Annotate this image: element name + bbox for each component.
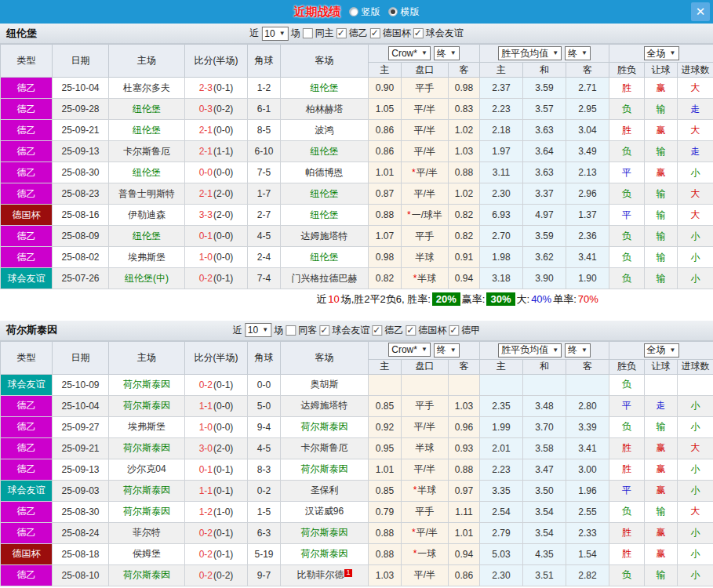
result-handicap: 输 xyxy=(645,205,678,226)
handicap-cell xyxy=(402,374,449,395)
big-rate-value: 40% xyxy=(531,293,551,305)
layout-option-vertical[interactable]: 竖版 xyxy=(349,5,380,19)
league-filter-checkbox[interactable] xyxy=(372,325,382,336)
table-head: 类型日期主场比分(半场)角球客场Crow*▼终▼胜平负均值▼终▼全场▼主盘口客主… xyxy=(1,45,713,78)
result-goals: 小 xyxy=(678,395,713,416)
handicap-cell: 平/半 xyxy=(402,120,449,141)
home-odds: 0.87 xyxy=(369,183,402,205)
handicap-cell: 平/半 xyxy=(402,141,449,162)
match-scope-select[interactable]: 全场▼ xyxy=(644,343,679,358)
corner-count: 1-7 xyxy=(248,183,281,205)
dropdown-arrow-icon: ▼ xyxy=(581,347,587,354)
same-venue-checkbox[interactable] xyxy=(286,325,296,336)
home-team: 荷尔斯泰因 xyxy=(123,506,170,517)
halftime-score: (0-1) xyxy=(213,549,233,560)
avg-draw-odds xyxy=(523,374,566,395)
league-badge: 德乙 xyxy=(1,120,53,141)
match-scope-select[interactable]: 全场▼ xyxy=(644,46,679,60)
dropdown-arrow-icon: ▼ xyxy=(421,347,427,353)
away-team: 达姆施塔特 xyxy=(301,230,348,241)
home-team-cell: 纽伦堡 xyxy=(109,226,185,247)
handicap-cell: 平/半 xyxy=(402,459,449,480)
radio-selected-icon[interactable] xyxy=(388,7,398,16)
league-filter-checkbox[interactable] xyxy=(319,325,329,336)
match-date: 25-08-30 xyxy=(53,501,109,522)
score-cell: 0-1(0-0) xyxy=(185,226,248,247)
odds-company-select[interactable]: Crow*▼ xyxy=(388,343,431,357)
final-odds-select-label: 终 xyxy=(437,343,446,357)
avg-away-odds: 2.96 xyxy=(566,183,609,205)
handicap-cell: 平/半 xyxy=(402,183,449,205)
games-label: 场 xyxy=(291,27,300,40)
match-row: 德乙25-10-04杜塞尔多夫2-3(0-1)1-2纽伦堡0.90平手0.982… xyxy=(1,78,713,99)
table-head: 类型日期主场比分(半场)角球客场Crow*▼终▼胜平负均值▼终▼全场▼主盘口客主… xyxy=(1,341,713,374)
home-team-cell: 纽伦堡 xyxy=(109,120,185,141)
avg-group-header: 胜平负均值▼终▼ xyxy=(480,45,609,63)
home-team: 荷尔斯泰因 xyxy=(123,485,170,495)
final-avg-select[interactable]: 终▼ xyxy=(565,46,591,60)
column-header: 比分(半场) xyxy=(185,45,248,78)
recent-count-select[interactable]: 10▼ xyxy=(245,323,271,337)
away-team-cell: 荷尔斯泰因 xyxy=(281,543,369,564)
halftime-score: (0-1) xyxy=(213,273,233,284)
avg-draw-odds: 3.57 xyxy=(523,99,566,120)
result-handicap: 输 xyxy=(645,247,678,268)
close-button[interactable]: ✕ xyxy=(691,2,710,21)
match-row: 德乙25-10-04荷尔斯泰因1-1(0-0)5-0达姆施塔特0.85平手1.0… xyxy=(1,395,713,416)
result-outcome: 负 xyxy=(609,226,645,247)
avg-draw-odds: 3.48 xyxy=(523,395,566,416)
fulltime-score: 0-2 xyxy=(199,273,213,284)
away-team: 帕德博恩 xyxy=(306,167,344,178)
league-filter-checkbox[interactable] xyxy=(406,325,416,336)
handicap-cell: *半球 xyxy=(402,268,449,289)
handicap-value: 平/半 xyxy=(414,188,435,199)
column-header: 日期 xyxy=(53,341,109,374)
away-team: 奥胡斯 xyxy=(311,379,339,390)
avg-odds-select[interactable]: 胜平负均值▼ xyxy=(498,46,562,60)
result-outcome: 负 xyxy=(609,99,645,120)
match-date: 25-09-21 xyxy=(53,437,109,459)
final-odds-select[interactable]: 终▼ xyxy=(434,46,460,60)
away-odds: 1.02 xyxy=(449,183,480,205)
away-odds: 0.83 xyxy=(449,99,480,120)
home-team-cell: 菲尔特 xyxy=(109,522,185,543)
final-avg-select[interactable]: 终▼ xyxy=(565,343,591,358)
away-team-cell: 达姆施塔特 xyxy=(281,226,369,247)
radio-unselected-icon[interactable] xyxy=(349,7,358,16)
handicap-value: 平/半 xyxy=(414,569,435,580)
handicap-value: 一/球半 xyxy=(412,209,442,220)
league-badge: 德乙 xyxy=(1,437,53,459)
corner-count: 0-2 xyxy=(248,480,281,501)
avg-away-odds: 3.41 xyxy=(566,437,609,459)
away-team-cell: 纽伦堡 xyxy=(281,141,369,162)
handicap-cell: 平/半 xyxy=(402,416,449,437)
result-outcome: 负 xyxy=(609,374,645,395)
avg-odds-select[interactable]: 胜平负均值▼ xyxy=(498,343,562,358)
avg-away-odds: 3.04 xyxy=(566,120,609,141)
result-handicap: 赢 xyxy=(645,543,678,564)
away-odds: 0.94 xyxy=(449,543,480,564)
match-date: 25-09-28 xyxy=(53,99,109,120)
fulltime-score: 0-1 xyxy=(199,230,213,241)
home-odds: 0.92 xyxy=(369,416,402,437)
league-filter-checkbox[interactable] xyxy=(413,28,424,38)
league-filter-checkbox[interactable] xyxy=(336,28,347,38)
recent-count-select[interactable]: 10▼ xyxy=(261,27,288,41)
handicap-value: 平/半 xyxy=(414,146,435,157)
halftime-score: (0-2) xyxy=(213,570,233,581)
odds-company-select[interactable]: Crow*▼ xyxy=(388,46,431,60)
handicap-star: * xyxy=(412,167,416,178)
same-venue-checkbox[interactable] xyxy=(303,28,313,38)
league-filter-checkbox[interactable] xyxy=(370,28,380,38)
result-handicap: 输 xyxy=(645,564,678,586)
layout-option-vertical-label: 竖版 xyxy=(362,5,380,19)
away-odds: 0.86 xyxy=(449,564,480,586)
final-odds-select[interactable]: 终▼ xyxy=(434,343,460,358)
league-badge: 德乙 xyxy=(1,564,53,586)
layout-option-horizontal[interactable]: 横版 xyxy=(388,5,420,19)
result-outcome: 胜 xyxy=(609,120,645,141)
home-team-cell: 卡尔斯鲁厄 xyxy=(109,141,185,162)
team-filter-bar: 纽伦堡近10▼场同主德乙德国杯球会友谊 xyxy=(0,24,713,44)
league-filter-checkbox[interactable] xyxy=(449,325,459,336)
away-odds: 0.88 xyxy=(449,162,480,183)
